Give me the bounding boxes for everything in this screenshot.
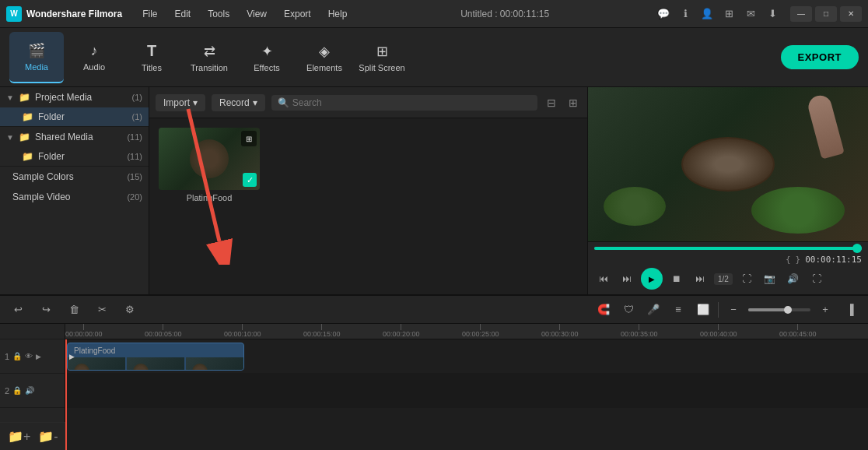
filter-icon[interactable]: ⊟ [544, 97, 559, 109]
search-box[interactable]: 🔍 [271, 95, 537, 111]
shared-folder-item[interactable]: 📁 Folder (11) [0, 147, 149, 166]
zoom-out-button[interactable]: − [723, 300, 744, 320]
export-button[interactable]: EXPORT [781, 45, 859, 69]
media-icon[interactable]: ⊞ [720, 5, 737, 23]
tool-titles[interactable]: T Titles [124, 32, 179, 83]
timeline-right-controls: 🧲 🛡 🎤 ≡ ⬜ − + ▐ [593, 300, 860, 320]
sidebar-toggle-button[interactable]: ▐ [840, 300, 860, 320]
speed-selector[interactable]: 1/2 [714, 273, 733, 285]
audio-track-label: 2 🔒 🔊 [0, 374, 65, 408]
frame-fwd-button[interactable]: ⏭ [691, 269, 709, 288]
elements-icon: ◈ [319, 43, 330, 60]
maximize-button[interactable]: □ [815, 6, 837, 22]
main-toolbar: 🎬 Media ♪ Audio T Titles ⇄ Transition ✦ … [0, 28, 868, 87]
media-item-platingfood[interactable]: ⊞ ✓ PlatingFood [159, 128, 260, 202]
search-input[interactable] [292, 97, 531, 108]
audio-lock-icon[interactable]: 🔒 [12, 386, 22, 395]
record-label: Record [219, 97, 250, 108]
clip-frame-3 [186, 357, 243, 370]
clip-label: PlatingFood [74, 346, 115, 355]
menu-file[interactable]: File [135, 5, 165, 23]
ruler-spacer [0, 324, 65, 339]
video-track-row: ▶ PlatingFood [65, 339, 868, 374]
step-back-button[interactable]: ⏮ [594, 269, 613, 288]
grid-icon[interactable]: ⊞ [565, 97, 581, 109]
delete-button[interactable]: 🗑 [64, 300, 84, 320]
elements-label: Elements [306, 63, 342, 72]
ruler-marks: 00:00:00:00 00:00:05:00 00:00:10:00 00:0… [65, 324, 868, 339]
ruler-tick-0: 00:00:00:00 [65, 324, 103, 338]
redo-button[interactable]: ↪ [36, 300, 56, 320]
menu-view[interactable]: View [239, 5, 275, 23]
frame-back-button[interactable]: ⏭ [618, 269, 636, 288]
account-icon[interactable]: 👤 [698, 5, 716, 23]
menu-help[interactable]: Help [320, 5, 355, 23]
fullscreen-button[interactable]: ⛶ [737, 269, 756, 288]
lock-icon[interactable]: 🔒 [12, 352, 22, 360]
tool-transition[interactable]: ⇄ Transition [182, 32, 236, 83]
video-clip-platingfood[interactable]: ▶ PlatingFood [67, 343, 244, 371]
clip-play-icon: ▶ [69, 353, 75, 360]
audio-track-row [65, 374, 868, 408]
project-media-label: Project Media [35, 92, 128, 103]
close-button[interactable]: ✕ [840, 6, 862, 22]
mail-icon[interactable]: ✉ [742, 5, 759, 23]
subfolder-icon: 📁 [22, 111, 33, 122]
effects-label: Effects [254, 63, 279, 72]
tool-effects[interactable]: ✦ Effects [240, 32, 294, 83]
community-icon[interactable]: 💬 [655, 5, 672, 23]
app-name: Wondershare Filmora [26, 9, 122, 19]
ruler-tick-4: 00:00:20:00 [383, 324, 420, 338]
subtitle-button[interactable]: ≡ [668, 300, 688, 320]
progress-bar[interactable] [594, 247, 862, 250]
project-media-section: ▼ 📁 Project Media (1) 📁 Folder (1) [0, 87, 149, 127]
download-icon[interactable]: ⬇ [764, 5, 781, 23]
tool-elements[interactable]: ◈ Elements [297, 32, 352, 83]
media-icon: 🎬 [28, 42, 45, 59]
shared-media-header[interactable]: ▼ 📁 Shared Media (11) [0, 127, 149, 147]
box-button[interactable]: ⬜ [693, 300, 713, 320]
audio-mute-icon[interactable]: 🔊 [25, 386, 34, 395]
visibility-icon[interactable]: 👁 [25, 352, 33, 360]
sample-colors-label: Sample Colors [12, 171, 74, 182]
timeline-tracks: ▶ PlatingFood [65, 339, 868, 450]
menu-export[interactable]: Export [276, 5, 319, 23]
menu-edit[interactable]: Edit [166, 5, 198, 23]
snapshot-button[interactable]: 📷 [761, 269, 779, 288]
volume-button[interactable]: 🔊 [784, 269, 803, 288]
playback-controls: ⏮ ⏭ ▶ ⏹ ⏭ 1/2 ⛶ 📷 🔊 ⛶ [594, 268, 862, 290]
expand-button[interactable]: ⛶ [807, 269, 826, 288]
minimize-button[interactable]: — [790, 6, 812, 22]
ruler-tick-2: 00:00:10:00 [224, 324, 261, 338]
shield-button[interactable]: 🛡 [618, 300, 639, 320]
tool-audio[interactable]: ♪ Audio [67, 32, 121, 83]
mic-button[interactable]: 🎤 [643, 300, 663, 320]
undo-button[interactable]: ↩ [8, 300, 28, 320]
cut-button[interactable]: ✂ [92, 300, 112, 320]
clip-frame-1 [68, 357, 125, 370]
bracket-left-icon: { [786, 255, 791, 265]
adjust-button[interactable]: ⚙ [120, 300, 140, 320]
preview-video [588, 87, 868, 241]
stop-button[interactable]: ⏹ [667, 269, 686, 288]
play-track-icon[interactable]: ▶ [36, 353, 41, 360]
magnet-button[interactable]: 🧲 [593, 300, 614, 320]
ruler-tick-1: 00:00:05:00 [145, 324, 182, 338]
folder-item[interactable]: 📁 Folder (1) [0, 107, 149, 126]
project-media-count: (1) [132, 93, 142, 102]
import-button[interactable]: Import ▾ [156, 94, 205, 111]
sample-video-item[interactable]: Sample Video (20) [0, 187, 149, 207]
play-button[interactable]: ▶ [641, 268, 663, 290]
media-grid: ⊞ ✓ PlatingFood [149, 118, 587, 294]
project-media-header[interactable]: ▼ 📁 Project Media (1) [0, 87, 149, 107]
zoom-in-button[interactable]: + [815, 300, 835, 320]
sample-colors-item[interactable]: Sample Colors (15) [0, 167, 149, 187]
tool-media[interactable]: 🎬 Media [9, 32, 64, 83]
record-button[interactable]: Record ▾ [212, 94, 265, 111]
thumbnail-platingfood: ⊞ ✓ [159, 128, 260, 190]
menu-tools[interactable]: Tools [200, 5, 237, 23]
info-icon[interactable]: ℹ [677, 5, 694, 23]
timeline-body: 1 🔒 👁 ▶ 2 🔒 🔊 00:00:00:00 [0, 324, 868, 450]
tool-split-screen[interactable]: ⊞ Split Screen [355, 32, 409, 83]
ruler-tick-3: 00:00:15:00 [303, 324, 341, 338]
